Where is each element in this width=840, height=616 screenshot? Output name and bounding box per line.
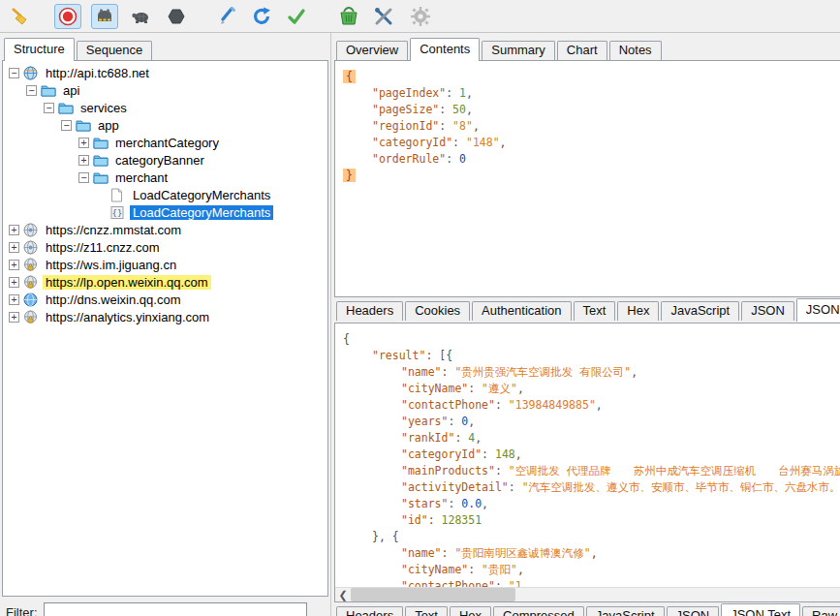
request-view-tab-strip: HeadersCookiesAuthenticationTextHexJavaS… <box>334 297 840 321</box>
detail-tab-strip: OverviewContentsSummaryChartNotes <box>334 37 664 60</box>
collapse-icon[interactable]: − <box>61 120 72 131</box>
expand-icon[interactable]: + <box>9 294 19 305</box>
toolbar <box>0 0 840 33</box>
code-line: "rankId": 4, <box>343 430 835 447</box>
code-line: "cityName": "遵义", <box>343 381 835 397</box>
tree-row[interactable]: +https://z11.cnzz.com <box>3 238 327 256</box>
scrollbar-thumb[interactable] <box>351 588 515 601</box>
tree-row[interactable]: +merchantCategory <box>3 134 327 151</box>
tree-row[interactable]: −merchant <box>3 169 327 186</box>
tab-json-text[interactable]: JSON Text <box>721 603 800 616</box>
tree-row[interactable]: −services <box>3 99 327 116</box>
tree-row[interactable]: LoadCategoryMerchants <box>3 186 327 203</box>
expand-icon[interactable]: + <box>78 155 89 166</box>
tab-overview[interactable]: Overview <box>336 41 408 60</box>
code-line: { <box>343 331 835 348</box>
stop-icon[interactable] <box>163 4 190 29</box>
tree-row[interactable]: +https://analytics.yinxiang.com <box>3 308 327 325</box>
tab-text[interactable]: Text <box>574 301 616 321</box>
gear-icon[interactable] <box>407 4 434 29</box>
tree-row-label: services <box>78 101 130 115</box>
request-tree[interactable]: −http://api.tc688.net−api−services−app+m… <box>2 60 328 597</box>
record-icon[interactable] <box>54 4 81 29</box>
tab-json-text[interactable]: JSON Text <box>796 298 840 322</box>
tree-row-label: merchant <box>112 170 171 185</box>
tree-row-label: https://z11.cnzz.com <box>43 240 163 255</box>
tab-javascript[interactable]: JavaScript <box>661 301 739 321</box>
svg-text:{}: {} <box>112 208 123 218</box>
collapse-icon[interactable]: − <box>44 103 54 113</box>
folder-icon <box>76 118 91 133</box>
tab-authentication[interactable]: Authentication <box>472 301 571 321</box>
expand-icon[interactable]: + <box>9 260 19 270</box>
tree-row[interactable]: +http://dns.weixin.qq.com <box>3 291 327 308</box>
tab-hex[interactable]: Hex <box>450 606 491 616</box>
tab-text[interactable]: Text <box>405 606 448 616</box>
tab-json[interactable]: JSON <box>741 301 794 321</box>
tab-contents[interactable]: Contents <box>410 38 480 61</box>
detail-panel: OverviewContentsSummaryChartNotes {"page… <box>334 33 840 616</box>
horizontal-scrollbar[interactable]: ❮ <box>335 587 840 601</box>
secure-globe-icon <box>23 258 39 272</box>
compose-pen-icon[interactable] <box>213 4 240 29</box>
tree-row[interactable]: +categoryBanner <box>3 151 327 169</box>
tree-row[interactable]: +https://lp.open.weixin.qq.com <box>3 273 327 291</box>
response-content-pane: {"result": [{"name": "贵州贵强汽车空调批发 有限公司","… <box>334 323 840 602</box>
tab-raw[interactable]: Raw <box>802 606 840 616</box>
code-line: "name": "贵阳南明区鑫诚博澳汽修", <box>343 545 835 562</box>
tree-row-label: https://lp.open.weixin.qq.com <box>43 275 211 290</box>
tree-row-label: app <box>95 118 122 133</box>
globe-icon <box>23 240 39 255</box>
code-line: "categoryId": "148", <box>343 135 835 151</box>
scroll-left-arrow-icon[interactable]: ❮ <box>335 588 351 601</box>
filter-label: Filter: <box>6 605 38 616</box>
tree-row[interactable]: +https://ws.im.jiguang.cn <box>3 256 327 273</box>
structure-panel: StructureSequence −http://api.tc688.net−… <box>0 33 330 616</box>
globe-icon <box>23 66 39 80</box>
tab-notes[interactable]: Notes <box>609 41 662 60</box>
tree-row[interactable]: −api <box>3 81 327 99</box>
folder-icon <box>41 83 56 98</box>
tab-compressed[interactable]: Compressed <box>493 606 584 616</box>
collapse-icon[interactable]: − <box>78 172 89 183</box>
tab-hex[interactable]: Hex <box>617 301 659 321</box>
expand-icon[interactable]: + <box>78 138 89 148</box>
globe-icon <box>23 223 39 237</box>
tab-sequence[interactable]: Sequence <box>77 41 153 60</box>
tree-row-label: LoadCategoryMerchants <box>130 205 273 220</box>
validate-check-icon[interactable] <box>283 4 310 29</box>
tree-row[interactable]: {}LoadCategoryMerchants <box>3 203 327 221</box>
code-line: "cityName": "贵阳", <box>343 562 835 578</box>
code-line: "orderRule": 0 <box>343 151 835 168</box>
expand-icon[interactable]: + <box>9 312 19 323</box>
collapse-icon[interactable]: − <box>9 68 19 78</box>
expand-icon[interactable]: + <box>9 242 19 253</box>
tab-headers[interactable]: Headers <box>336 301 403 321</box>
tab-headers[interactable]: Headers <box>336 606 403 616</box>
tree-row-label: merchantCategory <box>112 136 222 150</box>
tab-chart[interactable]: Chart <box>557 41 607 60</box>
code-line: }, { <box>343 529 835 545</box>
tab-structure[interactable]: Structure <box>4 38 75 61</box>
capture-icon[interactable] <box>91 4 118 29</box>
expand-icon[interactable]: + <box>9 225 19 235</box>
expand-icon[interactable]: + <box>9 277 19 288</box>
response-view-tab-strip: HeadersTextHexCompressedJavaScriptJSONJS… <box>334 602 840 616</box>
filter-input[interactable] <box>44 602 307 616</box>
basket-icon[interactable] <box>335 4 362 29</box>
slow-turtle-icon[interactable] <box>128 4 155 29</box>
tree-row-label: https://cnzz.mmstat.com <box>43 223 184 237</box>
tab-json[interactable]: JSON <box>667 606 720 616</box>
collapse-icon[interactable]: − <box>26 85 37 96</box>
tools-icon[interactable] <box>370 4 397 29</box>
secure-globe-icon <box>23 310 39 324</box>
clear-broom-icon[interactable] <box>6 4 33 29</box>
tree-row[interactable]: −http://api.tc688.net <box>3 64 327 81</box>
tree-row[interactable]: −app <box>3 116 327 134</box>
tab-javascript[interactable]: JavaScript <box>586 606 665 616</box>
tab-summary[interactable]: Summary <box>482 41 555 60</box>
tab-cookies[interactable]: Cookies <box>405 301 470 321</box>
code-line: "id": 128351 <box>343 512 835 529</box>
tree-row[interactable]: +https://cnzz.mmstat.com <box>3 221 327 238</box>
refresh-icon[interactable] <box>248 4 275 29</box>
